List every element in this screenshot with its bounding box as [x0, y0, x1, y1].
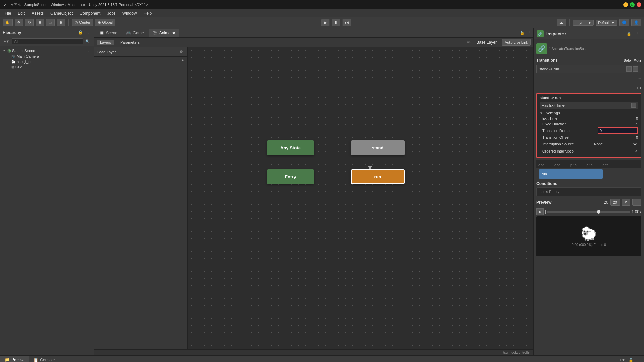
- proj-add-btn[interactable]: +▼: [619, 357, 626, 362]
- minimize-btn[interactable]: −: [623, 2, 628, 7]
- console-tab-label: Console: [40, 358, 55, 362]
- fixed-duration-label: Fixed Duration: [542, 122, 567, 126]
- proj-menu-btn[interactable]: ⋮: [636, 357, 641, 362]
- interruption-source-select[interactable]: None Source State Destination State Sour…: [591, 141, 638, 147]
- default-label: Default: [598, 21, 610, 25]
- tree-hitsuji-dot[interactable]: 🐑 hitsuji_dot: [0, 59, 94, 64]
- pause-button[interactable]: ⏸: [332, 19, 340, 26]
- add-condition-btn[interactable]: +: [632, 181, 636, 186]
- state-any[interactable]: Any State: [267, 140, 314, 155]
- settings-gear-icon[interactable]: ⚙: [637, 85, 641, 91]
- tab-game[interactable]: 🎮 Game: [122, 29, 148, 37]
- preview-timeline[interactable]: [547, 211, 630, 213]
- tab-menu-btn[interactable]: ⋮: [526, 30, 532, 35]
- remove-transition-btn[interactable]: −: [638, 75, 641, 81]
- hierarchy-search-icon[interactable]: 🔍: [84, 39, 91, 44]
- visibility-icon: 👁: [467, 40, 471, 45]
- transition-duration-input[interactable]: [598, 127, 638, 134]
- collab-btn[interactable]: 🔵: [619, 19, 629, 26]
- settings-body: Exit Time 0 Fixed Duration ✓ Transition …: [540, 116, 638, 154]
- remove-condition-btn[interactable]: −: [637, 181, 641, 186]
- conditions-label: Conditions: [536, 181, 557, 186]
- fixed-duration-field: Fixed Duration ✓: [542, 121, 638, 127]
- anim-tab-layers[interactable]: Layers: [97, 40, 114, 45]
- hierarchy-search-input[interactable]: [12, 38, 83, 44]
- menu-bar: File Edit Assets GameObject Component Jo…: [0, 9, 644, 17]
- menu-edit[interactable]: Edit: [14, 10, 28, 16]
- game-tab-label: Game: [133, 31, 144, 35]
- inspector-menu[interactable]: ⋮: [635, 31, 641, 36]
- grid-icon: ⊞: [11, 65, 14, 69]
- state-run[interactable]: run: [351, 169, 405, 184]
- hierarchy-lock[interactable]: 🔓: [77, 30, 84, 35]
- exit-time-label: Exit Time: [542, 116, 557, 120]
- menu-gameobject[interactable]: GameObject: [47, 10, 76, 16]
- anim-tab-params[interactable]: Parameters: [117, 40, 143, 45]
- settings-header[interactable]: ▼ Settings: [540, 110, 638, 116]
- proj-tab-console[interactable]: 📋 Console: [29, 356, 59, 362]
- add-layer-btn[interactable]: +: [181, 58, 185, 63]
- step-button[interactable]: ⏭: [342, 19, 351, 26]
- inspector-header: 🔗 Inspector 🔓 ⋮: [534, 28, 644, 39]
- tab-scene[interactable]: 🔲 Scene: [95, 29, 121, 37]
- auto-live-link-btn[interactable]: Auto Live Link: [502, 39, 531, 46]
- menu-file[interactable]: File: [1, 10, 14, 16]
- tab-animator[interactable]: 🎬 Animator: [149, 29, 179, 37]
- play-button[interactable]: ▶: [321, 19, 330, 26]
- default-dropdown[interactable]: Default ▼: [596, 20, 617, 26]
- hierarchy-menu[interactable]: ⋮: [85, 30, 91, 35]
- preview-reset-btn[interactable]: ↺: [622, 199, 630, 206]
- tree-samplescene[interactable]: ▼ ◎ SampleScene ⋮: [0, 47, 94, 54]
- tab-lock-btn[interactable]: 🔓: [519, 30, 526, 35]
- close-btn[interactable]: ×: [637, 2, 641, 7]
- preview-more-btn[interactable]: ⋯: [632, 199, 641, 206]
- proj-tab-project[interactable]: 📁 Project: [0, 356, 29, 362]
- settings-collapse-icon: ▼: [540, 111, 543, 115]
- scale-tool[interactable]: ⊞: [36, 19, 44, 26]
- layers-dropdown[interactable]: Layers ▼: [573, 20, 594, 26]
- exit-time-field: Exit Time 0: [542, 116, 638, 121]
- mute-label: Mute: [634, 59, 641, 62]
- rotate-tool[interactable]: ↻: [25, 19, 34, 26]
- preview-timeline-thumb[interactable]: [597, 210, 600, 214]
- base-layer-settings[interactable]: ⚙: [179, 49, 184, 54]
- hand-tool[interactable]: ✋: [3, 19, 13, 26]
- menu-jobs[interactable]: Jobs: [104, 10, 119, 16]
- inspector-body: 🔗 1 AnimatorTransitionBase Transitions S…: [534, 39, 644, 259]
- pivot-tool[interactable]: ◎ Center: [72, 19, 93, 26]
- graph-area[interactable]: Any State Entry stand run: [188, 47, 533, 349]
- maximize-btn[interactable]: □: [630, 2, 635, 7]
- hierarchy-add-btn[interactable]: +▼: [3, 39, 10, 44]
- timeline-20: |0:20: [602, 164, 608, 167]
- tree-grid[interactable]: ⊞ Grid: [0, 64, 94, 70]
- cloud-btn[interactable]: ☁: [557, 19, 566, 26]
- solo-box[interactable]: [626, 66, 632, 72]
- animator-toolbar: Layers Parameters 👁 Base Layer Auto Live…: [94, 38, 533, 47]
- rect-tool[interactable]: ▭: [46, 19, 55, 26]
- preview-play-btn[interactable]: ▶: [536, 208, 544, 215]
- global-tool[interactable]: ◉ Global: [95, 19, 115, 26]
- hierarchy-actions: 🔓 ⋮: [77, 30, 91, 35]
- menu-component[interactable]: Component: [76, 10, 104, 16]
- timeline-0: |0:00: [538, 164, 544, 167]
- has-exit-time-checkbox[interactable]: [631, 103, 636, 108]
- state-stand[interactable]: stand: [351, 140, 405, 155]
- menu-window[interactable]: Window: [119, 10, 140, 16]
- menu-help[interactable]: Help: [140, 10, 155, 16]
- move-tool[interactable]: ✥: [15, 19, 23, 26]
- transition-item-stand-run[interactable]: stand -> run: [536, 65, 641, 73]
- main-camera-label: Main Camera: [17, 54, 39, 58]
- preview-fps-btn[interactable]: 20: [610, 199, 620, 206]
- transform-tool[interactable]: ⊕: [57, 19, 65, 26]
- transitions-title: Transitions Solo Mute: [536, 58, 641, 63]
- mute-box[interactable]: [633, 66, 638, 72]
- tree-main-camera[interactable]: 📷 Main Camera: [0, 54, 94, 59]
- preview-speed: 1.00x: [632, 209, 641, 214]
- inspector-lock[interactable]: 🔓: [626, 31, 632, 36]
- scene-menu-btn[interactable]: ⋮: [85, 48, 91, 53]
- state-entry[interactable]: Entry: [267, 169, 314, 184]
- account-btn[interactable]: 👤: [631, 19, 641, 26]
- proj-lock-btn[interactable]: 🔓: [628, 357, 634, 362]
- fixed-duration-check: ✓: [635, 122, 638, 126]
- menu-assets[interactable]: Assets: [28, 10, 47, 16]
